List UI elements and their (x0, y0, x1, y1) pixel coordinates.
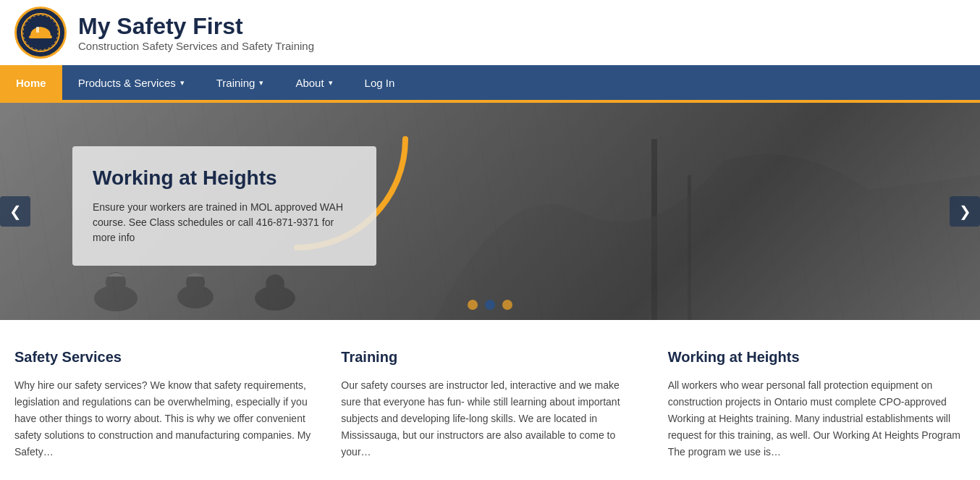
section-training: Training Our safety courses are instruct… (341, 349, 638, 460)
slider-dots (468, 300, 512, 310)
svg-point-12 (266, 274, 284, 293)
slider-dot-3[interactable] (502, 300, 512, 310)
section-working-at-heights-body: All workers who wear personal fall prote… (668, 377, 966, 460)
section-working-at-heights: Working at Heights All workers who wear … (668, 349, 966, 460)
section-safety-services-body: Why hire our safety services? We know th… (14, 377, 312, 460)
nav-item-home[interactable]: Home (0, 65, 62, 100)
chevron-down-icon: ▾ (329, 78, 333, 88)
slider-next-button[interactable]: ❯ (950, 196, 980, 227)
chevron-down-icon: ▾ (180, 78, 185, 88)
nav-item-login[interactable]: Log In (349, 65, 411, 100)
section-working-at-heights-title: Working at Heights (668, 349, 966, 366)
section-safety-services-title: Safety Services (14, 349, 312, 366)
slider-card: Working at Heights Ensure your workers a… (72, 146, 376, 266)
slider-dot-1[interactable] (468, 300, 478, 310)
site-title: My Safety First (78, 13, 314, 40)
section-training-title: Training (341, 349, 638, 366)
nav-item-products[interactable]: Products & Services ▾ (62, 65, 200, 100)
header-text: My Safety First Construction Safety Serv… (78, 13, 314, 52)
slider-title: Working at Heights (93, 167, 353, 190)
nav-item-about[interactable]: About ▾ (279, 65, 348, 100)
main-nav: Home Products & Services ▾ Training ▾ Ab… (0, 65, 980, 103)
section-training-body: Our safety courses are instructor led, i… (341, 377, 638, 460)
site-header: My Safety First Construction Safety Serv… (0, 0, 980, 65)
site-logo[interactable] (14, 7, 67, 59)
hero-slider: Working at Heights Ensure your workers a… (0, 103, 980, 320)
svg-rect-2 (36, 27, 39, 33)
slider-dot-2[interactable] (485, 300, 495, 310)
svg-rect-1 (29, 35, 52, 38)
section-safety-services: Safety Services Why hire our safety serv… (14, 349, 312, 460)
content-sections: Safety Services Why hire our safety serv… (0, 320, 980, 480)
chevron-down-icon: ▾ (259, 78, 263, 88)
slider-prev-button[interactable]: ❮ (0, 196, 30, 227)
nav-item-training[interactable]: Training ▾ (200, 65, 280, 100)
slider-description: Ensure your workers are trained in MOL a… (93, 200, 353, 245)
site-tagline: Construction Safety Services and Safety … (78, 40, 314, 52)
